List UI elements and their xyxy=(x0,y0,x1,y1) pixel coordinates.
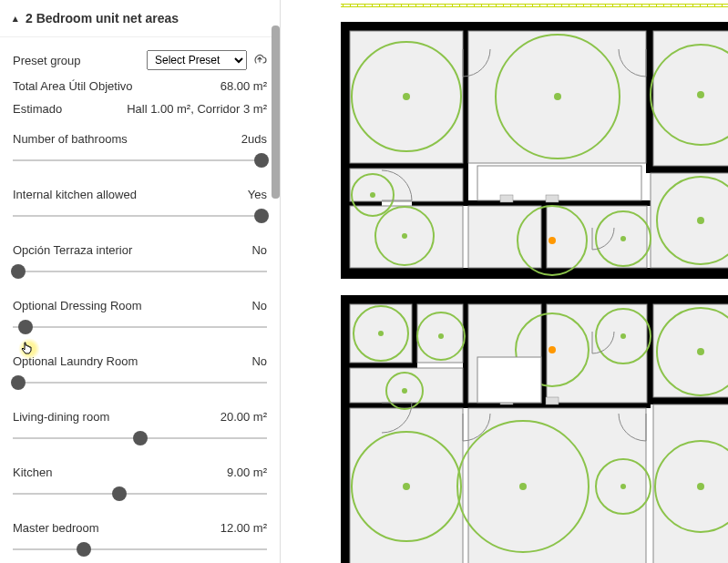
svg-point-78 xyxy=(697,483,704,490)
total-area-label: Total Area Útil Objetivo xyxy=(13,79,133,93)
estimado-label: Estimado xyxy=(13,102,62,116)
total-area-row: Total Area Útil Objetivo 68.00 m² xyxy=(13,79,267,93)
slider-thumb[interactable] xyxy=(11,264,26,279)
svg-rect-55 xyxy=(653,304,728,397)
svg-point-70 xyxy=(697,348,704,355)
slider-thumb[interactable] xyxy=(254,153,269,168)
svg-rect-3 xyxy=(646,22,653,172)
svg-rect-5 xyxy=(350,163,468,169)
svg-rect-43 xyxy=(646,397,728,404)
svg-point-34 xyxy=(620,236,626,241)
slider-thumb[interactable] xyxy=(11,375,26,390)
preset-select[interactable]: Select Preset xyxy=(147,50,247,70)
slider-value: No xyxy=(251,243,267,257)
slider-internal-kitchen: Internal kitchen allowed Yes xyxy=(13,188,267,227)
slider-laundry: Optional Laundry Room No xyxy=(13,354,267,394)
svg-rect-47 xyxy=(350,363,417,368)
svg-rect-20 xyxy=(651,173,728,268)
svg-point-66 xyxy=(549,346,556,353)
svg-rect-4 xyxy=(646,166,728,173)
svg-point-32 xyxy=(549,237,556,244)
svg-rect-7 xyxy=(463,168,468,204)
slider-master: Master bedroom 12.00 m² xyxy=(13,521,267,560)
svg-point-30 xyxy=(402,233,407,239)
slider-thumb[interactable] xyxy=(254,209,269,223)
chevron-up-icon: ▴ xyxy=(13,13,18,25)
slider-value: Yes xyxy=(248,188,267,201)
upload-preset-icon[interactable] xyxy=(252,53,267,67)
svg-rect-40 xyxy=(341,295,350,563)
slider-label: Number of bathrooms xyxy=(13,132,128,146)
svg-rect-10 xyxy=(468,200,651,206)
slider-living: Living-dining room 20.00 m² xyxy=(13,410,267,449)
svg-rect-80 xyxy=(546,397,559,404)
slider-thumb[interactable] xyxy=(133,431,148,445)
slider-track[interactable] xyxy=(13,149,267,171)
section-title: 2 Bedroom unit net areas xyxy=(26,11,179,26)
svg-point-76 xyxy=(620,484,626,489)
svg-rect-18 xyxy=(468,206,541,268)
svg-rect-58 xyxy=(653,404,728,563)
slider-label: Opción Terraza interior xyxy=(13,243,132,257)
svg-point-72 xyxy=(403,483,410,490)
slider-terraza: Opción Terraza interior No xyxy=(13,243,267,282)
preset-row: Preset group Select Preset xyxy=(13,50,267,70)
scrollbar-thumb[interactable] xyxy=(272,26,280,199)
slider-track[interactable] xyxy=(13,483,267,505)
svg-rect-38 xyxy=(500,195,513,202)
svg-point-62 xyxy=(438,333,444,339)
floorplan-svg xyxy=(341,22,728,563)
svg-point-22 xyxy=(403,93,410,100)
svg-point-26 xyxy=(697,91,704,98)
slider-track[interactable] xyxy=(13,205,267,227)
slider-track[interactable] xyxy=(13,427,267,449)
slider-thumb[interactable] xyxy=(18,320,33,334)
estimado-row: Estimado Hall 1.00 m², Corridor 3 m² xyxy=(13,102,267,116)
svg-rect-0 xyxy=(341,22,350,277)
svg-rect-16 xyxy=(350,169,463,201)
slider-value: No xyxy=(251,299,267,312)
slider-label: Optional Laundry Room xyxy=(13,354,138,368)
svg-point-74 xyxy=(519,483,527,490)
section-header[interactable]: ▴ 2 Bedroom unit net areas xyxy=(0,0,280,37)
slider-label: Kitchen xyxy=(13,466,52,479)
svg-point-68 xyxy=(620,333,626,339)
slider-track[interactable] xyxy=(13,316,267,338)
svg-point-64 xyxy=(402,388,407,394)
svg-rect-41 xyxy=(341,295,728,304)
slider-value: 12.00 m² xyxy=(220,521,267,535)
preset-label: Preset group xyxy=(13,54,80,67)
svg-point-24 xyxy=(554,93,561,100)
floorplan-canvas[interactable] xyxy=(281,0,728,563)
slider-kitchen: Kitchen 9.00 m² xyxy=(13,466,267,505)
ruler-horizontal xyxy=(341,4,728,7)
svg-rect-15 xyxy=(653,31,728,166)
slider-dressing: Optional Dressing Room No xyxy=(13,299,267,338)
slider-label: Master bedroom xyxy=(13,521,99,535)
slider-label: Internal kitchen allowed xyxy=(13,188,137,201)
slider-track[interactable] xyxy=(13,538,267,560)
slider-label: Living-dining room xyxy=(13,410,109,424)
slider-value: No xyxy=(251,354,267,368)
svg-point-28 xyxy=(370,192,375,198)
slider-value: 2uds xyxy=(241,132,267,146)
svg-point-36 xyxy=(697,217,704,224)
properties-panel: ▴ 2 Bedroom unit net areas Preset group … xyxy=(0,0,281,563)
slider-track[interactable] xyxy=(13,372,267,394)
svg-rect-45 xyxy=(463,304,468,403)
slider-value: 9.00 m² xyxy=(227,466,267,479)
svg-rect-1 xyxy=(341,22,728,31)
slider-bathrooms: Number of bathrooms 2uds xyxy=(13,132,267,171)
slider-thumb[interactable] xyxy=(77,542,91,557)
estimado-value: Hall 1.00 m², Corridor 3 m² xyxy=(127,102,267,116)
svg-rect-39 xyxy=(546,195,559,202)
slider-thumb[interactable] xyxy=(112,486,127,501)
svg-point-60 xyxy=(378,331,384,336)
svg-rect-48 xyxy=(541,304,547,403)
slider-track[interactable] xyxy=(13,261,267,282)
svg-rect-6 xyxy=(463,31,468,168)
slider-label: Optional Dressing Room xyxy=(13,299,142,312)
total-area-value: 68.00 m² xyxy=(220,79,267,93)
svg-rect-11 xyxy=(541,200,547,270)
svg-rect-81 xyxy=(477,357,541,403)
